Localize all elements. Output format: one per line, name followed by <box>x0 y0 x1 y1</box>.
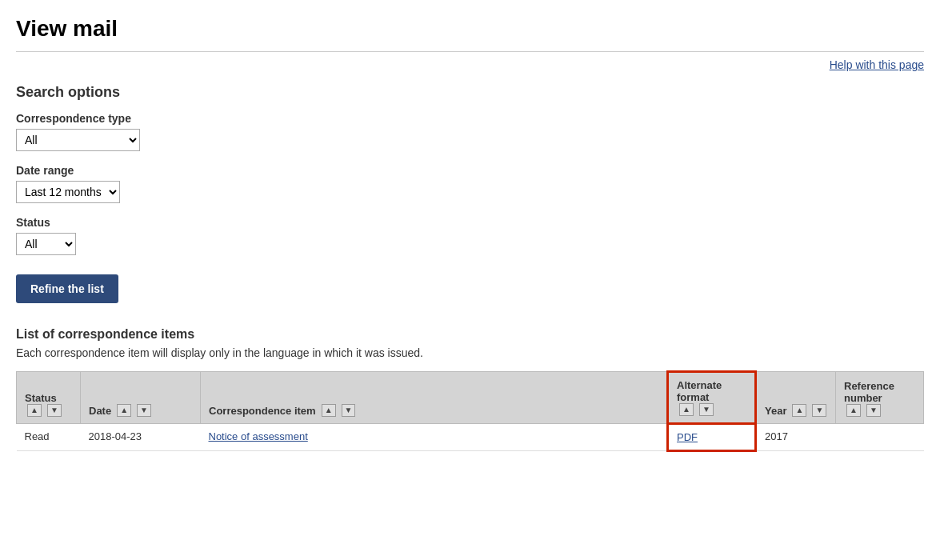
col-header-date: Date ▲ ▼ <box>81 372 201 424</box>
search-options-section: Search options Correspondence type All N… <box>16 84 924 303</box>
col-header-status-label: Status <box>25 392 72 404</box>
col-header-correspondence: Correspondence item ▲ ▼ <box>201 372 668 424</box>
sort-year-desc[interactable]: ▼ <box>812 404 826 417</box>
list-section: List of correspondence items Each corres… <box>16 327 924 452</box>
correspondence-table: Status ▲ ▼ Date ▲ ▼ <box>16 370 924 452</box>
alternate-format-link[interactable]: PDF <box>677 431 698 443</box>
refine-button[interactable]: Refine the list <box>16 274 118 303</box>
sort-ref-desc[interactable]: ▼ <box>866 404 881 417</box>
page-title: View mail <box>16 16 924 52</box>
row-correspondence-item: Notice of assessment <box>201 424 668 451</box>
col-header-year: Year ▲ ▼ <box>756 372 836 424</box>
col-header-ref-label: Reference number <box>844 380 915 404</box>
row-status: Read <box>17 424 81 451</box>
status-select[interactable]: All Read Unread <box>16 233 76 255</box>
sort-status-asc[interactable]: ▲ <box>27 404 42 417</box>
table-row: Read 2018-04-23 Notice of assessment PDF… <box>17 424 924 451</box>
correspondence-type-group: Correspondence type All Notice Letter St… <box>16 112 924 151</box>
date-range-group: Date range Last 12 months Last 6 months … <box>16 164 924 203</box>
sort-alt-asc[interactable]: ▲ <box>679 403 694 416</box>
col-header-alt-label: Alternate format <box>677 379 746 403</box>
sort-date-desc[interactable]: ▼ <box>137 404 151 417</box>
row-year: 2017 <box>756 424 836 451</box>
sort-date-asc[interactable]: ▲ <box>117 404 131 417</box>
correspondence-item-link[interactable]: Notice of assessment <box>209 430 308 442</box>
row-reference-number <box>836 424 924 451</box>
date-range-label: Date range <box>16 164 924 177</box>
search-options-title: Search options <box>16 84 924 101</box>
row-alternate-format: PDF <box>668 424 756 451</box>
list-section-title: List of correspondence items <box>16 327 924 342</box>
status-label: Status <box>16 216 924 229</box>
col-header-status: Status ▲ ▼ <box>17 372 81 424</box>
correspondence-type-select[interactable]: All Notice Letter Statement <box>16 129 140 151</box>
list-section-subtitle: Each correspondence item will display on… <box>16 346 924 359</box>
sort-ref-asc[interactable]: ▲ <box>846 404 861 417</box>
col-header-reference: Reference number ▲ ▼ <box>836 372 924 424</box>
sort-corr-desc[interactable]: ▼ <box>342 404 356 417</box>
col-header-date-label: Date <box>89 405 111 417</box>
status-group: Status All Read Unread <box>16 216 924 255</box>
col-header-alternate-format: Alternate format ▲ ▼ <box>668 372 756 424</box>
col-header-correspondence-label: Correspondence item <box>209 405 316 417</box>
correspondence-type-label: Correspondence type <box>16 112 924 125</box>
help-link[interactable]: Help with this page <box>830 58 924 71</box>
date-range-select[interactable]: Last 12 months Last 6 months Last 3 mont… <box>16 181 120 203</box>
sort-alt-desc[interactable]: ▼ <box>699 403 714 416</box>
col-header-year-label: Year <box>765 405 786 417</box>
row-date: 2018-04-23 <box>81 424 201 451</box>
sort-corr-asc[interactable]: ▲ <box>322 404 336 417</box>
sort-year-asc[interactable]: ▲ <box>792 404 806 417</box>
sort-status-desc[interactable]: ▼ <box>47 404 62 417</box>
